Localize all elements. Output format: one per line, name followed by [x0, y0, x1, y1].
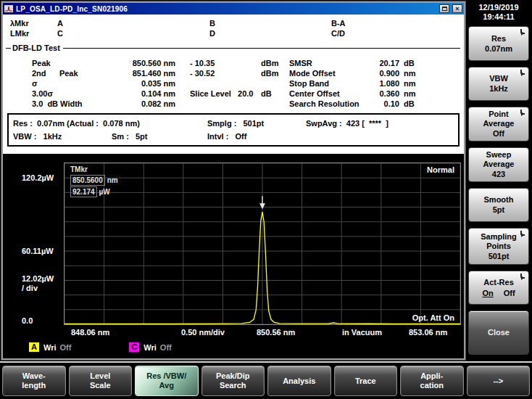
param-wavelength: 0.082 nm	[112, 99, 175, 108]
param-wavelength: 850.560 nm	[112, 59, 175, 67]
param-name: Center Offset	[289, 89, 367, 98]
marker-c-label: C	[57, 29, 209, 38]
param-value: 0.900	[367, 69, 399, 78]
submenu-arrow-icon	[520, 231, 525, 236]
status-line-1: Res : 0.07nm (Actual : 0.078 nm) Smplg :…	[13, 117, 454, 130]
group-line-dash	[6, 48, 11, 49]
softkey-label: VBW	[489, 74, 508, 83]
function-key-next[interactable]: -->	[467, 366, 531, 396]
softkey-label: Close	[488, 328, 510, 337]
softkey-value: 501pt	[489, 252, 510, 261]
softkey-smooth[interactable]: Smooth5pt	[468, 188, 529, 222]
function-key-wave-length[interactable]: Wave- length	[2, 366, 66, 396]
function-key-appli-cation[interactable]: Appli- cation	[400, 366, 464, 396]
tmkr-power-unit: µW	[99, 188, 110, 196]
param-name: 2nd Peak	[3, 69, 112, 78]
close-button[interactable]: ×	[452, 4, 462, 13]
softkey-vbw[interactable]: VBW1kHz	[468, 67, 529, 101]
param-level: - 10.35	[190, 59, 258, 67]
x-axis-medium-label: in Vacuum	[342, 328, 382, 337]
window-titlebar[interactable]: LP_OSA_LD-PD_Inc_SN021906 ×	[3, 3, 464, 15]
marker-row-wavelength: λMkr A B B-A	[3, 19, 464, 28]
smplg-status: Smplg : 501pt	[207, 117, 306, 130]
param-unit: dB	[404, 59, 415, 67]
param-value: 0.360	[367, 89, 399, 98]
softkey-label: Smooth	[484, 195, 514, 205]
trace-letter-badge: C	[129, 342, 139, 352]
softkey-value: 423	[492, 170, 505, 179]
vbw-status: VBW : 1kHz	[13, 130, 112, 143]
trace-status-row: AWriOffCWriOff	[29, 342, 172, 352]
y-axis-per-div-unit: / div	[22, 284, 38, 292]
softkey-point-average[interactable]: Point AverageOff	[468, 107, 529, 141]
function-key-level-scale[interactable]: Level Scale	[69, 366, 133, 396]
param-unit: nm	[404, 79, 416, 88]
softkey-sampling-points[interactable]: Sampling Points501pt	[468, 228, 529, 265]
param-name: σ	[3, 79, 112, 88]
softkey-value: 0.07nm	[485, 44, 512, 54]
analysis-right-column: SMSR20.17dBMode Offset0.900nmStop Band1.…	[289, 58, 416, 109]
submenu-arrow-icon	[520, 110, 525, 115]
time-text: 19:44:11	[468, 12, 529, 22]
marker-b-label: B	[209, 19, 331, 28]
tmkr-power: 92.174µW	[70, 186, 118, 197]
marker-a-label: A	[57, 19, 209, 28]
softkey-res[interactable]: Res0.07nm	[468, 26, 529, 61]
tmkr-label: TMkr	[70, 165, 118, 174]
x-axis-end-label: 853.06 nm	[409, 328, 447, 337]
trace-mode: Wri	[43, 343, 57, 352]
param-value: 1.080	[367, 79, 399, 88]
param-wavelength: 0.104 nm	[112, 89, 175, 98]
param-unit: nm	[404, 89, 416, 98]
analysis-row-right: Search Resolution0.10dB	[289, 99, 416, 109]
main-window: LP_OSA_LD-PD_Inc_SN021906 × λMkr A B B-A…	[1, 1, 465, 360]
act-res-off-option[interactable]: Off	[504, 289, 515, 298]
submenu-arrow-icon	[520, 70, 525, 75]
param-name: Stop Band	[289, 79, 367, 88]
param-name: 3.00σ	[3, 89, 112, 98]
softkey-act-res[interactable]: Act-ResOnOff	[468, 271, 529, 305]
group-line-rule	[63, 48, 460, 49]
act-res-on-option[interactable]: On	[482, 289, 493, 298]
softkey-sweep-average[interactable]: Sweep Average423	[468, 147, 529, 182]
x-axis-start-label: 848.06 nm	[71, 328, 109, 337]
display-mode-label: Normal	[427, 165, 454, 174]
param-unit: nm	[404, 69, 416, 78]
softkey-close[interactable]: Close	[468, 310, 529, 355]
spectrum-chart: TMkr 850.5600nm 92.174µW Normal Opt. Att…	[64, 163, 461, 325]
param-value: 0.10	[367, 99, 399, 108]
marker-ba-label: B-A	[331, 19, 464, 28]
softkey-sidebar: 12/19/2019 19:44:11 Res0.07nmVBW1kHzPoin…	[468, 0, 529, 361]
param-name: Peak	[3, 59, 112, 67]
spectrum-trace-plot	[65, 163, 460, 324]
function-key-trace[interactable]: Trace	[334, 366, 398, 396]
softkey-label: Res	[491, 34, 506, 44]
y-axis-label-top: 120.2µW	[22, 173, 54, 182]
x-axis-center-label: 850.56 nm	[257, 328, 295, 337]
smooth-status: Sm : 5pt	[112, 130, 207, 143]
softkey-label: Point Average	[483, 110, 514, 128]
function-key-analysis[interactable]: Analysis	[267, 366, 331, 396]
tmkr-wavelength: 850.5600nm	[70, 175, 118, 186]
analysis-row-left: 3.0 dB Width0.082 nm	[3, 99, 278, 109]
softkey-value: 1kHz	[489, 84, 508, 94]
status-line-2: VBW : 1kHz Sm : 5pt Intvl : Off	[13, 130, 454, 143]
softkey-label: Sampling Points	[481, 232, 517, 251]
softkey-label: Sweep Average	[483, 150, 514, 169]
softkey-panel: Res0.07nmVBW1kHzPoint AverageOffSweep Av…	[468, 26, 529, 355]
softkey-value: Off	[493, 129, 504, 139]
osa-screen: LP_OSA_LD-PD_Inc_SN021906 × λMkr A B B-A…	[0, 0, 532, 399]
acquisition-status-box: Res : 0.07nm (Actual : 0.078 nm) Smplg :…	[7, 113, 460, 147]
function-key-peak-dip-search[interactable]: Peak/Dip Search	[201, 366, 265, 396]
param-unit: dB	[261, 89, 272, 98]
function-key-res-vbw-avg[interactable]: Res /VBW/ Avg	[135, 366, 199, 396]
param-unit: dBm	[261, 69, 278, 78]
param-wavelength: 0.035 nm	[112, 79, 175, 88]
y-axis-label-mid: 60.11µW	[22, 247, 54, 255]
maximize-button[interactable]	[439, 4, 449, 13]
trace-mode: Wri	[144, 343, 157, 352]
tmkr-power-value: 92.174	[70, 186, 97, 197]
trace-a-status: AWriOff	[29, 342, 71, 352]
analysis-row-right: SMSR20.17dB	[289, 58, 416, 68]
optical-attenuator-status: Opt. Att On	[412, 313, 454, 322]
